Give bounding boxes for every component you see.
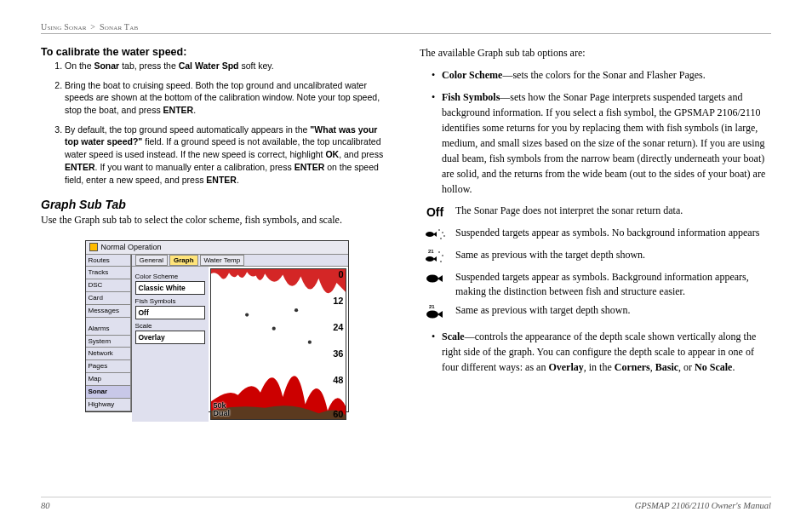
- svg-point-1: [245, 313, 249, 316]
- ss-sidebar-item[interactable]: Card: [86, 292, 131, 305]
- fish-bg-icon: [423, 270, 447, 287]
- bullet-title-color: Color Scheme: [442, 69, 502, 81]
- ss-sidebar-item[interactable]: Highway: [86, 399, 131, 411]
- ss-sidebar-item[interactable]: Network: [86, 348, 131, 360]
- ss-color-label: Color Scheme: [135, 273, 205, 280]
- fish-depth-icon: 21: [423, 248, 447, 265]
- breadcrumb-part-2: Sonar Tab: [100, 22, 138, 32]
- ss-scale-num: 48: [333, 375, 343, 385]
- icon-text-2: Same as previous with the target depth s…: [455, 248, 645, 262]
- ss-title-text: Normal Operation: [101, 243, 162, 251]
- graph-intro: Use the Graph sub tab to select the colo…: [41, 213, 392, 227]
- calibrate-steps: On the Sonar tab, press the Cal Water Sp…: [41, 60, 392, 186]
- ss-scale-num: 60: [333, 409, 343, 419]
- icon-text-3: Suspended targets appear as symbols. Bac…: [455, 270, 771, 297]
- ss-main: GeneralGraphWater Temp Color Scheme Clas…: [132, 255, 348, 411]
- ss-titlebar: Normal Operation: [86, 241, 348, 255]
- ss-sidebar-item[interactable]: DSC: [86, 279, 131, 292]
- bold-cal-water-spd: Cal Water Spd: [179, 60, 239, 71]
- icon-item-symbols: Suspended targets appear as symbols. No …: [423, 226, 771, 243]
- status-icon: [89, 243, 98, 251]
- ss-sidebar-item[interactable]: Alarms: [86, 323, 131, 336]
- svg-point-17: [426, 310, 438, 318]
- svg-point-7: [442, 233, 443, 234]
- ss-sidebar: RoutesTracksDSCCardMessagesAlarmsSystemN…: [86, 255, 132, 411]
- bullet-title-fish: Fish Symbols: [442, 91, 500, 103]
- step-1: On the Sonar tab, press the Cal Water Sp…: [65, 60, 392, 72]
- ss-sidebar-item[interactable]: Messages: [86, 305, 131, 318]
- calibrate-title: To calibrate the water speed:: [41, 46, 392, 58]
- ss-sonar-display: 50k Dual 01224364860: [210, 268, 346, 421]
- svg-text:21: 21: [428, 249, 434, 254]
- bullet-scale: Scale—controls the appearance of the dep…: [432, 329, 771, 375]
- ss-scale-num: 0: [338, 269, 343, 279]
- ss-sidebar-item[interactable]: System: [86, 336, 131, 348]
- manual-title: GPSMAP 2106/2110 Owner's Manual: [635, 501, 771, 510]
- fish-symbols-icon: [423, 226, 447, 243]
- footer: 80 GPSMAP 2106/2110 Owner's Manual: [41, 497, 771, 510]
- bullet-color-scheme: Color Scheme—sets the colors for the Son…: [432, 67, 771, 83]
- ss-scale-label: Scale: [135, 322, 205, 330]
- ss-fields: Color Scheme Classic White Fish Symbols …: [132, 267, 209, 423]
- page-number: 80: [41, 501, 50, 510]
- ss-sidebar-item[interactable]: Routes: [86, 255, 131, 267]
- bullet-fish-symbols: Fish Symbols—sets how the Sonar Page int…: [432, 89, 771, 197]
- fish-bg-depth-icon: 21: [423, 303, 447, 320]
- ss-tabs: GeneralGraphWater Temp: [132, 255, 348, 267]
- svg-point-4: [307, 340, 311, 343]
- bold-enter-2: ENTER: [65, 162, 95, 172]
- sonar-svg: [211, 269, 346, 420]
- breadcrumb: Using Sonar > Sonar Tab: [41, 22, 771, 34]
- ss-sidebar-item[interactable]: Sonar: [86, 386, 131, 399]
- left-column: To calibrate the water speed: On the Son…: [41, 46, 392, 412]
- right-intro: The available Graph sub tab options are:: [420, 46, 771, 60]
- svg-point-15: [426, 275, 438, 283]
- ss-sidebar-item[interactable]: Tracks: [86, 267, 131, 279]
- ss-fish-value[interactable]: Off: [135, 306, 205, 319]
- ss-scale-num: 36: [333, 348, 343, 359]
- bold-enter-3: ENTER: [294, 162, 325, 172]
- fish-icon-list: Off The Sonar Page does not interpret th…: [420, 204, 771, 319]
- svg-point-8: [440, 239, 442, 240]
- svg-text:21: 21: [429, 304, 435, 309]
- ss-tab-water-temp[interactable]: Water Temp: [200, 255, 245, 266]
- svg-point-14: [440, 262, 442, 263]
- breadcrumb-part-1: Using Sonar: [41, 22, 87, 32]
- svg-point-6: [438, 230, 440, 232]
- icon-text-4: Same as previous with target depth shown…: [455, 303, 630, 317]
- ss-sidebar-item[interactable]: Pages: [86, 360, 131, 373]
- icon-item-off: Off The Sonar Page does not interpret th…: [423, 204, 771, 221]
- off-icon: Off: [423, 204, 447, 221]
- bold-sonar: Sonar: [94, 60, 119, 71]
- right-column: The available Graph sub tab options are:…: [420, 46, 771, 412]
- ss-sidebar-item[interactable]: Map: [86, 373, 131, 386]
- graph-sub-tab-title: Graph Sub Tab: [41, 198, 392, 211]
- ss-fish-label: Fish Symbols: [135, 297, 205, 305]
- svg-point-3: [294, 308, 297, 312]
- svg-point-9: [443, 236, 445, 238]
- ss-color-value[interactable]: Classic White: [135, 281, 205, 295]
- bold-enter-4: ENTER: [206, 175, 237, 185]
- breadcrumb-sep: >: [90, 22, 95, 32]
- ss-tab-general[interactable]: General: [135, 255, 168, 266]
- ss-freq-label: 50k Dual: [214, 402, 231, 417]
- icon-text-1: Suspended targets appear as symbols. No …: [455, 226, 759, 239]
- icon-item-bg: Suspended targets appear as symbols. Bac…: [423, 270, 771, 297]
- svg-point-12: [438, 252, 440, 254]
- icon-item-bg-depth: 21 Same as previous with target depth sh…: [423, 303, 771, 320]
- bold-ok: OK: [325, 149, 339, 159]
- ss-scale-value[interactable]: Overlay: [135, 331, 205, 344]
- svg-point-11: [426, 256, 434, 262]
- bullet-title-scale: Scale: [442, 331, 465, 342]
- device-screenshot: Normal Operation RoutesTracksDSCCardMess…: [41, 240, 392, 412]
- step-2: Bring the boat to cruising speed. Both t…: [65, 79, 392, 117]
- ss-scale-num: 12: [333, 296, 343, 306]
- ss-tab-graph[interactable]: Graph: [169, 255, 198, 266]
- scale-bullet-list: Scale—controls the appearance of the dep…: [420, 329, 771, 375]
- icon-item-symbols-depth: 21 Same as previous with the target dept…: [423, 248, 771, 265]
- step-3: By default, the top ground speed automat…: [65, 124, 392, 186]
- svg-point-13: [442, 256, 443, 257]
- svg-point-2: [272, 326, 275, 330]
- bold-enter: ENTER: [163, 105, 194, 115]
- ss-scale-num: 24: [333, 322, 343, 332]
